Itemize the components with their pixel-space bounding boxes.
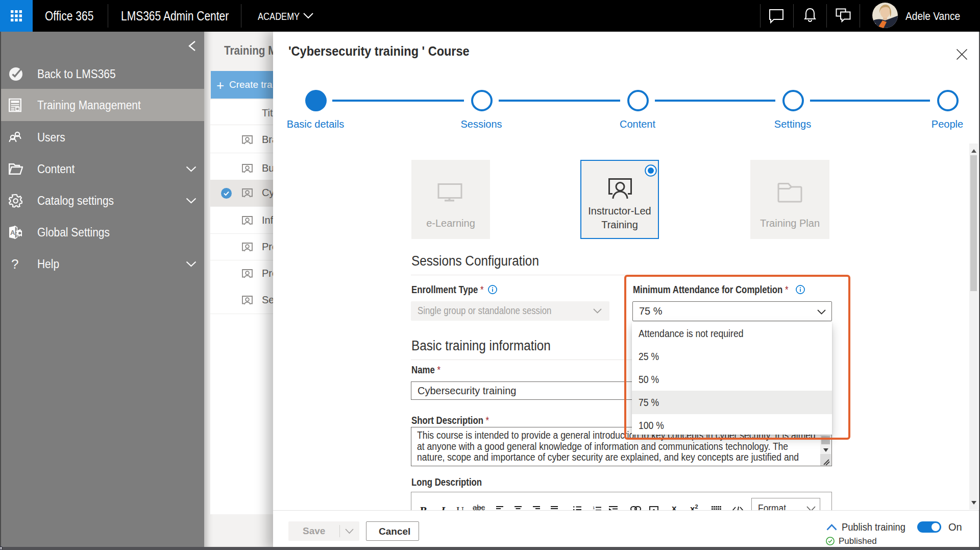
svg-text:A: A [10, 229, 15, 236]
svg-text:1: 1 [593, 506, 595, 510]
